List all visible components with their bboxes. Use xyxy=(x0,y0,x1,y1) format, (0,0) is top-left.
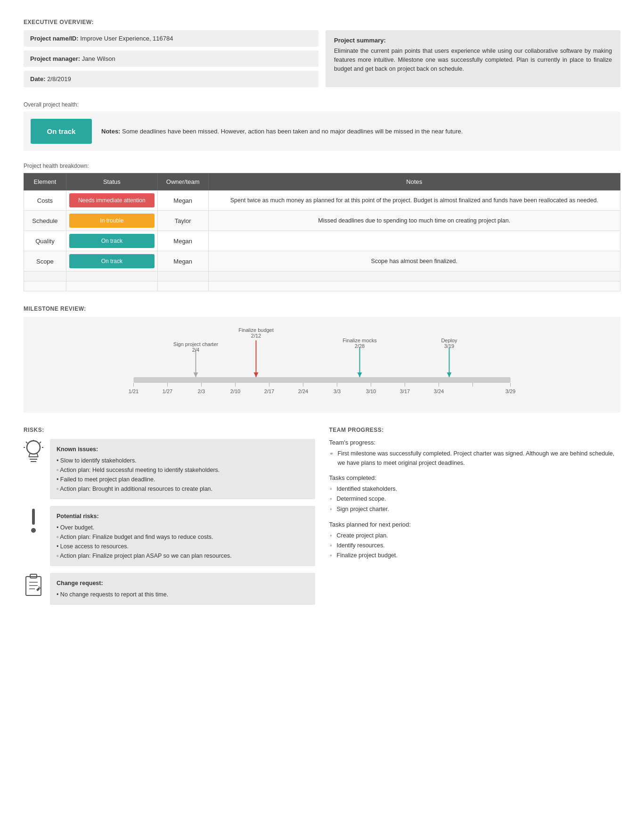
svg-text:3/3: 3/3 xyxy=(334,388,341,394)
svg-text:2/12: 2/12 xyxy=(251,333,261,339)
breakdown-table: Element Status Owner/team Notes CostsNee… xyxy=(24,173,620,291)
row-notes xyxy=(208,272,620,281)
tasks-completed-list: Identified stakeholders.Determined scope… xyxy=(329,484,621,514)
list-item: Identify resources. xyxy=(337,541,621,551)
potential-risks-content: Potential risks: • Over budget. ◦ Action… xyxy=(50,506,315,566)
svg-line-47 xyxy=(26,442,27,443)
tasks-planned-subsection: Tasks planned for next period: Create pr… xyxy=(329,521,621,561)
list-item: Finalize project budget. xyxy=(337,551,621,561)
clipboard-icon xyxy=(24,573,43,599)
team-progress-label: Team's progress: xyxy=(329,439,621,446)
col-owner: Owner/team xyxy=(157,173,208,190)
svg-text:2/17: 2/17 xyxy=(264,388,274,394)
svg-text:3/17: 3/17 xyxy=(400,388,410,394)
breakdown-row xyxy=(24,281,620,291)
col-element: Element xyxy=(24,173,66,190)
list-item: Identified stakeholders. xyxy=(337,484,621,494)
row-element xyxy=(24,272,66,281)
svg-text:3/29: 3/29 xyxy=(505,388,515,394)
row-status: Needs immediate attention xyxy=(66,190,157,211)
change-request-item: Change request: • No change requests to … xyxy=(24,573,315,605)
team-progress-content: First milestone was successfully complet… xyxy=(338,450,615,466)
svg-text:2/10: 2/10 xyxy=(230,388,240,394)
potential-risks-title: Potential risks: xyxy=(57,512,309,521)
health-notes: Notes: Some deadlines have been missed. … xyxy=(101,128,463,135)
milestone-section: MILESTONE REVIEW: Sign project charter 2… xyxy=(24,306,620,413)
row-status: On track xyxy=(66,251,157,272)
svg-rect-51 xyxy=(32,509,35,525)
row-notes xyxy=(208,281,620,291)
date-label: Date: xyxy=(30,75,46,83)
svg-text:Sign project charter: Sign project charter xyxy=(173,341,219,347)
col-status: Status xyxy=(66,173,157,190)
svg-marker-6 xyxy=(254,372,259,377)
project-name-value: Improve User Experience, 116784 xyxy=(80,35,173,42)
known-issues-item: Known issues: • Slow to identify stakeho… xyxy=(24,439,315,499)
bottom-grid: RISKS: Known issues: xyxy=(24,427,620,611)
row-element xyxy=(24,281,66,291)
health-label: Overall project health: xyxy=(24,101,620,108)
change-request-content: Change request: • No change requests to … xyxy=(50,573,315,605)
list-item: Create project plan. xyxy=(337,531,621,541)
breakdown-row: QualityOn trackMegan xyxy=(24,231,620,251)
svg-line-42 xyxy=(37,453,38,457)
row-element: Costs xyxy=(24,190,66,211)
svg-point-40 xyxy=(27,441,40,454)
health-section: Overall project health: On track Notes: … xyxy=(24,101,620,151)
executive-right: Project summary: Eliminate the current p… xyxy=(326,30,620,87)
known-issues-text: • Slow to identify stakeholders. ◦ Actio… xyxy=(57,457,220,492)
known-issues-content: Known issues: • Slow to identify stakeho… xyxy=(50,439,315,499)
row-element: Scope xyxy=(24,251,66,272)
executive-title: EXECUTIVE OVERVIEW: xyxy=(24,19,620,25)
notes-label: Notes: xyxy=(101,128,120,135)
svg-text:Deploy: Deploy xyxy=(441,338,457,343)
potential-risks-text: • Over budget. ◦ Action plan: Finalize b… xyxy=(57,524,232,559)
date-field: Date: 2/8/2019 xyxy=(24,71,318,87)
executive-grid: Project name/ID: Improve User Experience… xyxy=(24,30,620,87)
svg-text:1/27: 1/27 xyxy=(163,388,172,394)
manager-label: Project manager: xyxy=(30,55,80,62)
team-title: TEAM PROGRESS: xyxy=(329,427,621,433)
svg-marker-10 xyxy=(358,372,362,377)
change-request-title: Change request: xyxy=(57,578,309,588)
manager-value: Jane Wilson xyxy=(82,55,115,62)
row-owner: Megan xyxy=(157,231,208,251)
svg-text:3/19: 3/19 xyxy=(444,343,454,349)
row-notes: Scope has almost been finalized. xyxy=(208,251,620,272)
team-progress-subsection: Team's progress: ◦ First milestone was s… xyxy=(329,439,621,468)
project-name-label: Project name/ID: xyxy=(30,35,79,42)
breakdown-row: ScheduleIn troubleTaylorMissed deadlines… xyxy=(24,211,620,231)
list-item: Sign project charter. xyxy=(337,504,621,514)
project-name-field: Project name/ID: Improve User Experience… xyxy=(24,30,318,47)
row-element: Schedule xyxy=(24,211,66,231)
known-issues-title: Known issues: xyxy=(57,445,309,454)
svg-line-48 xyxy=(40,442,41,443)
svg-marker-14 xyxy=(447,372,452,377)
milestone-svg: Sign project charter 2/4 Finalize budget… xyxy=(28,322,616,406)
tasks-planned-list: Create project plan.Identify resources.F… xyxy=(329,531,621,561)
summary-title: Project summary: xyxy=(334,37,612,44)
team-section: TEAM PROGRESS: Team's progress: ◦ First … xyxy=(329,427,621,611)
row-owner xyxy=(157,281,208,291)
tasks-completed-subsection: Tasks completed: Identified stakeholders… xyxy=(329,474,621,514)
risks-title: RISKS: xyxy=(24,427,315,433)
row-status: On track xyxy=(66,231,157,251)
breakdown-header-row: Element Status Owner/team Notes xyxy=(24,173,620,190)
row-notes xyxy=(208,231,620,251)
row-notes: Missed deadlines due to spending too muc… xyxy=(208,211,620,231)
svg-text:Finalize mocks: Finalize mocks xyxy=(342,338,377,343)
tasks-planned-label: Tasks planned for next period: xyxy=(329,521,621,528)
summary-text: Eliminate the current pain points that u… xyxy=(334,47,612,73)
breakdown-section: Project health breakdown: Element Status… xyxy=(24,163,620,291)
svg-text:1/21: 1/21 xyxy=(129,388,139,394)
svg-text:2/3: 2/3 xyxy=(198,388,205,394)
notes-text: Some deadlines have been missed. However… xyxy=(122,128,463,135)
tasks-completed-label: Tasks completed: xyxy=(329,474,621,481)
list-item: Determined scope. xyxy=(337,494,621,504)
svg-rect-0 xyxy=(134,377,511,383)
milestone-title: MILESTONE REVIEW: xyxy=(24,306,620,312)
row-status xyxy=(66,281,157,291)
row-status xyxy=(66,272,157,281)
col-notes: Notes xyxy=(208,173,620,190)
executive-section: EXECUTIVE OVERVIEW: Project name/ID: Imp… xyxy=(24,19,620,87)
